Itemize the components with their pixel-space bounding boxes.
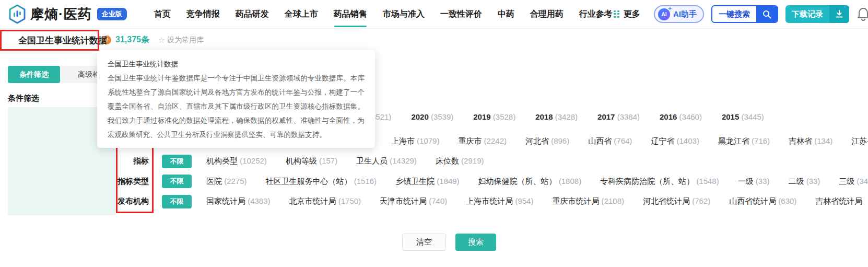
tooltip-body: 全国卫生事业统计年鉴数据库是一个专注于中国卫生资源领域的专业数据库。本库系统性地… [108, 71, 365, 142]
filter-option[interactable]: 天津市统计局 (740) [380, 196, 447, 206]
footer-actions: 清空 搜索 [0, 234, 868, 251]
brand-logo-icon [8, 4, 26, 24]
year-option-2019[interactable]: 2019 (3528) [473, 112, 515, 121]
nav-item-drug-rd[interactable]: 药品研发 [236, 0, 269, 28]
filter-option[interactable]: 吉林省统计局 [815, 196, 862, 206]
star-icon: ☆ [158, 35, 165, 45]
filter-option[interactable]: 机构类型 (10252) [206, 156, 267, 166]
year-option-2016[interactable]: 2016 (3460) [660, 112, 702, 121]
filter-option[interactable]: 江苏省 (1467) [851, 136, 868, 146]
nav-item-global-launch[interactable]: 全球上市 [285, 0, 318, 28]
year-option-2018[interactable]: 2018 (3428) [535, 112, 578, 121]
nav-item-industry-ref[interactable]: 行业参考 [579, 0, 613, 28]
filter-option[interactable]: 专科疾病防治院（所、站） (1548) [600, 177, 719, 187]
nav-item-more[interactable]: 更多 [614, 9, 640, 20]
top-navbar: 摩熵·医药 企业版 首页竞争情报药品研发全球上市药品销售市场与准入一致性评价中药… [0, 0, 868, 29]
filter-option[interactable]: 二级 (33) [789, 177, 820, 187]
filter-option[interactable]: 机构等级 (157) [286, 156, 337, 166]
set-favorite-button[interactable]: ☆ 设为常用库 [158, 35, 204, 45]
database-title-highlight-box: 全国卫生事业统计数据 [0, 30, 99, 51]
database-description-tooltip: 全国卫生事业统计数据 全国卫生事业统计年鉴数据库是一个专注于中国卫生资源领域的专… [97, 50, 375, 148]
page-title: 全国卫生事业统计数据 [18, 34, 107, 47]
filter-option[interactable]: 三级 (34) [839, 177, 868, 187]
download-records-label: 下载记录 [785, 5, 829, 23]
filter-option[interactable]: 重庆市 (2242) [458, 136, 507, 146]
filter-option[interactable]: 河北省统计局 (762) [643, 196, 710, 206]
filter-option[interactable]: 辽宁省 (1403) [651, 136, 699, 146]
filter-option[interactable]: 社区卫生服务中心（站） (1516) [266, 177, 377, 187]
nav-item-consistency-eval[interactable]: 一致性评价 [440, 0, 482, 28]
filter-row-label-indicator-type: 指标类型 [8, 177, 149, 187]
filter-option[interactable]: 国家统计局 (4383) [206, 196, 271, 206]
nav-item-tcm[interactable]: 中药 [498, 0, 514, 28]
quick-search-label: 一键搜索 [712, 6, 756, 22]
year-option-2015[interactable]: 2015 (3445) [722, 112, 764, 121]
filter-section-label: 条件筛选 [8, 94, 39, 103]
filter-option[interactable]: 河北省 (896) [525, 136, 569, 146]
filter-option[interactable]: 床位数 (2919) [436, 156, 484, 166]
brand-name: 摩熵·医药 [30, 5, 92, 24]
filter-option[interactable]: 医院 (2275) [206, 177, 247, 187]
filter-options-publisher: 国家统计局 (4383)北京市统计局 (1750)天津市统计局 (740)上海市… [206, 196, 862, 206]
filter-option[interactable]: 上海市统计局 (954) [466, 196, 533, 206]
filter-option[interactable]: 重庆市统计局 (2108) [552, 196, 624, 206]
filter-row-publisher: 发布机构不限国家统计局 (4383)北京市统计局 (1750)天津市统计局 (7… [8, 192, 868, 212]
brand-logo[interactable]: 摩熵·医药 企业版 [8, 4, 127, 24]
nav-item-market-access[interactable]: 市场与准入 [383, 0, 425, 28]
filter-option[interactable]: 山西省统计局 (630) [729, 196, 796, 206]
filter-option[interactable]: 卫生人员 (14329) [356, 156, 417, 166]
main-nav: 首页竞争情报药品研发全球上市药品销售市场与准入一致性评价中药合理用药行业参考 [154, 0, 613, 28]
filter-option[interactable]: 一级 (33) [738, 177, 770, 187]
filter-row-indicator-type: 指标类型不限医院 (2275)社区卫生服务中心（站） (1516)乡镇卫生院 (… [8, 171, 868, 192]
quick-search-button[interactable]: 一键搜索 [711, 5, 778, 23]
header-meta: i 31,375条 ☆ 设为常用库 [102, 34, 204, 45]
nav-actions: AI AI助手 一键搜索 下载记录 [654, 5, 863, 23]
unlimited-button-publisher[interactable]: 不限 [162, 195, 192, 208]
tooltip-title: 全国卫生事业统计数据 [108, 57, 365, 71]
unlimited-button-indicator[interactable]: 不限 [162, 155, 192, 168]
filter-options-indicator-type: 医院 (2275)社区卫生服务中心（站） (1516)乡镇卫生院 (1849)妇… [206, 177, 868, 187]
nav-item-drug-sales[interactable]: 药品销售 [334, 0, 367, 28]
filter-option[interactable]: 吉林省 (134) [789, 136, 832, 146]
clear-button[interactable]: 清空 [402, 234, 446, 251]
filter-row-indicator: 指标不限机构类型 (10252)机构等级 (157)卫生人员 (14329)床位… [8, 152, 868, 172]
filter-option[interactable]: 妇幼保健院（所、站） (1808) [478, 177, 582, 187]
ai-icon: AI [658, 8, 670, 20]
download-icon[interactable] [829, 5, 849, 23]
search-button[interactable]: 搜索 [455, 234, 496, 251]
filter-option[interactable]: 上海市 (1079) [391, 136, 440, 146]
grid-more-icon [614, 10, 620, 18]
nav-item-home[interactable]: 首页 [154, 0, 171, 28]
nav-more-label: 更多 [624, 9, 640, 20]
unlimited-button-indicator-type[interactable]: 不限 [162, 175, 192, 188]
year-option-2017[interactable]: 2017 (3384) [597, 112, 640, 121]
set-favorite-label: 设为常用库 [167, 36, 204, 45]
filter-options-indicator: 机构类型 (10252)机构等级 (157)卫生人员 (14329)床位数 (2… [206, 156, 484, 166]
ai-assistant-label: AI助手 [673, 9, 697, 19]
ai-assistant-button[interactable]: AI AI助手 [654, 5, 704, 23]
download-records-button[interactable]: 下载记录 [785, 5, 849, 23]
tab-condition-filter[interactable]: 条件筛选 [8, 66, 60, 83]
filter-option[interactable]: 山西省 (764) [588, 136, 632, 146]
record-count: 31,375条 [115, 34, 149, 45]
filter-row-label-indicator: 指标 [8, 156, 149, 166]
enterprise-badge: 企业版 [97, 8, 127, 20]
filter-row-label-publisher: 发布机构 [8, 196, 149, 206]
year-option-2020[interactable]: 2020 (3539) [411, 112, 453, 121]
search-icon[interactable] [756, 6, 777, 22]
nav-item-rational-use[interactable]: 合理用药 [530, 0, 564, 28]
nav-item-competitive-intel[interactable]: 竞争情报 [186, 0, 220, 28]
page: 摩熵·医药 企业版 首页竞争情报药品研发全球上市药品销售市场与准入一致性评价中药… [0, 0, 868, 267]
filter-option[interactable]: 乡镇卫生院 (1849) [395, 177, 460, 187]
filter-option[interactable]: 北京市统计局 (1750) [289, 196, 361, 206]
notification-bell-icon[interactable] [857, 7, 868, 21]
filter-option[interactable]: 黑龙江省 (716) [718, 136, 770, 146]
